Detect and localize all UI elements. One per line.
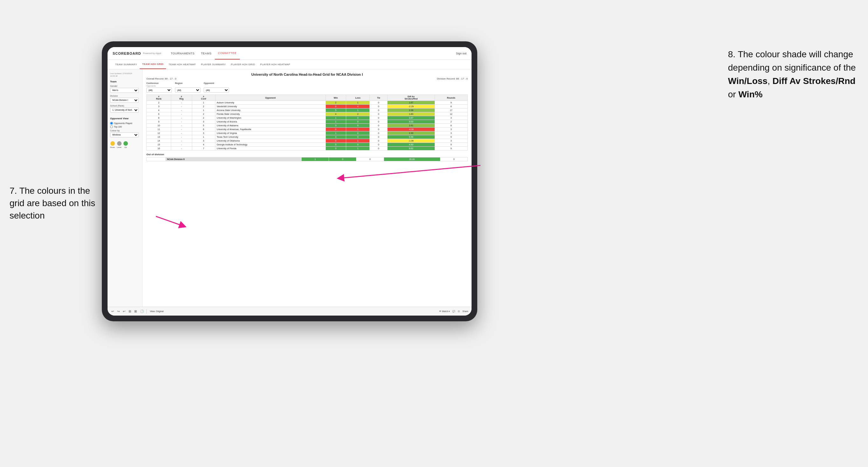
toolbar-copy[interactable]: ⊞ (128, 310, 132, 313)
cell-reg: - (171, 143, 192, 147)
opponent-view-radios: Opponents Played Top 100 (110, 122, 140, 128)
toolbar-redo[interactable]: ↪ (117, 310, 120, 313)
toolbar-clock[interactable]: 🕐 (140, 310, 145, 313)
cell-rank: 2 (147, 101, 171, 105)
sub-nav-player-h2h-heatmap[interactable]: PLAYER H2H HEATMAP (257, 60, 293, 69)
nav-teams[interactable]: TEAMS (198, 47, 215, 60)
cell-rank: 15 (147, 143, 171, 147)
toolbar-paste[interactable]: ⊠ (134, 310, 137, 313)
cell-reg: - (171, 112, 192, 116)
cell-conf: 2 (192, 112, 215, 116)
cell-conf: 3 (192, 139, 215, 143)
cell-rounds: 8 (435, 105, 467, 108)
cell-rank: 12 (147, 131, 171, 135)
top-nav: SCOREBOARD Powered by clippd TOURNAMENTS… (107, 47, 471, 60)
gender-select[interactable]: Men's (110, 88, 139, 93)
cell-tie: 0 (370, 124, 388, 128)
grid-content: University of North Carolina Head-to-Hea… (143, 69, 471, 307)
cell-loss: 4 (346, 105, 370, 108)
cell-reg: - (171, 139, 192, 143)
radio-opponents-played[interactable]: Opponents Played (110, 122, 140, 125)
col-diff: Diff AvStrokes/Rnd (388, 95, 435, 101)
cell-rounds: 9 (435, 143, 467, 147)
watch-btn[interactable]: 👁 Watch ▾ (439, 310, 450, 313)
cell-tie: 0 (370, 139, 388, 143)
toolbar-undo[interactable]: ↩ (111, 310, 115, 313)
cell-win: 1 (326, 120, 346, 124)
division-label: Division (110, 95, 140, 97)
ood-cell-tie: 0 (356, 157, 384, 161)
cell-opponent: Auburn University (215, 101, 326, 105)
cell-win: 2 (326, 101, 346, 105)
cell-diff: 2.33 (388, 131, 435, 135)
cell-rounds: 3 (435, 139, 467, 143)
share-icon-btn[interactable]: ⊡ (458, 310, 460, 313)
cell-rank: 10 (147, 124, 171, 128)
cell-loss: 1 (346, 147, 370, 151)
cell-win: 5 (326, 108, 346, 112)
cell-conf: 5 (192, 124, 215, 128)
cell-loss: 1 (346, 108, 370, 112)
toolbar-divider (146, 309, 147, 314)
sub-nav-team-h2h-grid[interactable]: TEAM H2H GRID (140, 60, 166, 69)
sub-nav-player-h2h-grid[interactable]: PLAYER H2H GRID (228, 60, 258, 69)
cell-diff: 1.83 (388, 112, 435, 116)
cell-win: 1 (326, 131, 346, 135)
opponent-view-title: Opponent View (110, 117, 140, 120)
sub-nav-player-summary[interactable]: PLAYER SUMMARY (198, 60, 228, 69)
cell-win: 0 (326, 105, 346, 108)
table-row: 13 - 1 Texas Tech University 3 0 0 5.56 … (147, 135, 468, 139)
region-select[interactable]: (All) (175, 88, 200, 93)
cell-loss: 2 (346, 112, 370, 116)
table-row: 11 - 6 University of Arkansas, Fayettevi… (147, 128, 468, 131)
cell-diff: 3.67 (388, 116, 435, 120)
school-select[interactable]: 1. University of Nort... (110, 107, 139, 113)
opponent-select[interactable]: (All) (204, 88, 229, 93)
cell-diff: 2.61 (388, 124, 435, 128)
out-of-division-title: Out of division (146, 153, 468, 156)
sub-nav-team-summary[interactable]: TEAM SUMMARY (113, 60, 140, 69)
nav-committee[interactable]: COMMITTEE (215, 47, 240, 60)
sign-out-link[interactable]: Sign out (456, 52, 466, 55)
cell-rank: 3 (147, 105, 171, 108)
cell-rounds: 2 (435, 120, 467, 124)
nav-tournaments[interactable]: TOURNAMENTS (168, 47, 198, 60)
legend-down: Down (110, 141, 115, 148)
sub-nav-team-h2h-heatmap[interactable]: TEAM H2H HEATMAP (166, 60, 198, 69)
filters-row: Conference Opponents: (All) Region (All) (146, 82, 468, 93)
cell-rank: 11 (147, 128, 171, 131)
col-reg: #Reg (171, 95, 192, 101)
annotation-right: 8. The colour shade will change dependin… (728, 48, 862, 101)
annotation-left: 7. The colours in the grid are based on … (9, 185, 99, 222)
radio-top100[interactable]: Top 100 (110, 125, 140, 128)
cell-rank: 6 (147, 112, 171, 116)
division-select[interactable]: NCAA Division I (110, 98, 139, 103)
cell-conf: 7 (192, 147, 215, 151)
cell-diff: -4.33 (388, 128, 435, 131)
col-loss: Loss (346, 95, 370, 101)
cell-diff: -1.00 (388, 139, 435, 143)
cell-rounds: 9 (435, 101, 467, 105)
share-btn[interactable]: Share (462, 310, 468, 312)
cell-tie: 0 (370, 116, 388, 120)
cell-conf: 1 (192, 101, 215, 105)
table-row: 2 - 1 Auburn University 2 1 0 1.67 9 (147, 101, 468, 105)
region-filter: Region (All) (175, 82, 200, 93)
colour-by-select[interactable]: Win/loss (110, 132, 139, 137)
comment-btn[interactable]: 💬 (453, 310, 455, 313)
sidebar: Last Updated: 27/03/2024 16:55:38 Team G… (107, 69, 143, 307)
out-of-division-table: NCAA Division II 1 0 0 26.00 3 (146, 157, 468, 161)
cell-diff: 2.28 (388, 108, 435, 112)
table-row: 4 - 1 Arizona State University 5 1 0 2.2… (147, 108, 468, 112)
conference-select[interactable]: (All) (146, 88, 172, 93)
cell-rank: 8 (147, 116, 171, 120)
cell-win: 3 (326, 124, 346, 128)
cell-diff: 6.62 (388, 147, 435, 151)
main-content: Last Updated: 27/03/2024 16:55:38 Team G… (107, 69, 471, 307)
cell-rounds: 12 (435, 112, 467, 116)
cell-opponent: Florida State University (215, 112, 326, 116)
cell-conf: 4 (192, 143, 215, 147)
cell-win: 0 (326, 139, 346, 143)
toolbar-back[interactable]: ↩ (122, 310, 126, 313)
cell-loss: 0 (346, 143, 370, 147)
